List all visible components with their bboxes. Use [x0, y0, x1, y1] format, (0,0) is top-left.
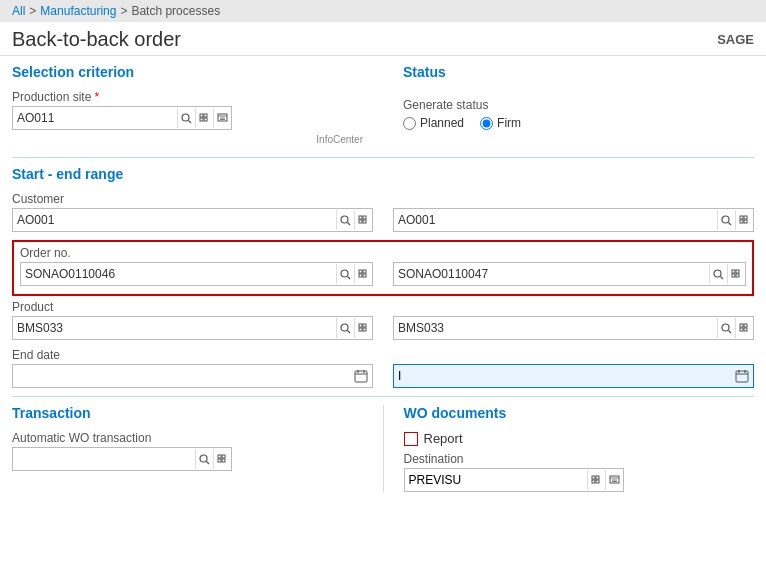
main-content: Selection criterion Production site * In…	[0, 56, 766, 500]
planned-label[interactable]: Planned	[420, 116, 464, 130]
required-star: *	[94, 90, 99, 104]
svg-line-35	[348, 330, 351, 333]
firm-radio-item[interactable]: Firm	[480, 116, 521, 130]
auto-wo-input[interactable]	[13, 448, 195, 470]
svg-rect-19	[744, 216, 747, 219]
svg-rect-6	[218, 114, 227, 121]
planned-radio-item[interactable]: Planned	[403, 116, 464, 130]
product-end-input[interactable]	[394, 317, 717, 339]
breadcrumb-batch: Batch processes	[131, 4, 220, 18]
svg-rect-59	[222, 459, 225, 462]
production-site-input[interactable]	[13, 107, 177, 129]
report-label[interactable]: Report	[424, 431, 463, 446]
wo-documents-title: WO documents	[404, 405, 755, 423]
product-start-input-group	[12, 316, 373, 340]
svg-rect-14	[359, 220, 362, 223]
order-start-search-icon[interactable]	[336, 264, 354, 284]
svg-point-40	[722, 324, 729, 331]
svg-rect-33	[736, 274, 739, 277]
svg-point-28	[714, 270, 721, 277]
wo-documents-section: WO documents Report Destination	[384, 405, 755, 492]
planned-radio[interactable]	[403, 117, 416, 130]
product-end-input-group	[393, 316, 754, 340]
customer-start-grid-icon[interactable]	[354, 210, 372, 230]
svg-rect-15	[363, 220, 366, 223]
destination-input[interactable]	[405, 469, 587, 491]
firm-label[interactable]: Firm	[497, 116, 521, 130]
svg-rect-44	[740, 328, 743, 331]
svg-line-1	[189, 120, 192, 123]
svg-rect-13	[363, 216, 366, 219]
sage-label: SAGE	[717, 32, 754, 47]
svg-rect-18	[740, 216, 743, 219]
destination-label: Destination	[404, 452, 755, 466]
svg-line-55	[207, 461, 210, 464]
svg-rect-45	[744, 328, 747, 331]
svg-rect-36	[359, 324, 362, 327]
auto-wo-search-icon[interactable]	[195, 449, 213, 469]
customer-start-input-group	[12, 208, 373, 232]
report-checkbox-row[interactable]: Report	[404, 431, 755, 446]
svg-rect-2	[200, 114, 203, 117]
end-date-end-input[interactable]	[394, 365, 731, 387]
svg-line-23	[348, 276, 351, 279]
product-start-grid-icon[interactable]	[354, 318, 372, 338]
production-site-info-icon[interactable]	[213, 108, 231, 128]
order-end-grid-icon[interactable]	[727, 264, 745, 284]
customer-start-search-icon[interactable]	[336, 210, 354, 230]
generate-status-radio-group: Planned Firm	[403, 116, 754, 130]
order-start-input[interactable]	[21, 263, 336, 285]
product-start-input[interactable]	[13, 317, 336, 339]
customer-start-input[interactable]	[13, 209, 336, 231]
generate-status-label: Generate status	[403, 98, 754, 112]
svg-rect-30	[732, 270, 735, 273]
svg-rect-25	[363, 270, 366, 273]
breadcrumb-manufacturing[interactable]: Manufacturing	[40, 4, 116, 18]
product-start-search-icon[interactable]	[336, 318, 354, 338]
report-checkbox[interactable]	[404, 432, 418, 446]
customer-start-col: Customer	[12, 192, 373, 236]
page-title: Back-to-back order	[12, 28, 181, 51]
status-section: Status Generate status Planned Firm	[383, 64, 754, 149]
product-row: Product Product	[12, 300, 754, 344]
product-end-grid-icon[interactable]	[735, 318, 753, 338]
order-end-search-icon[interactable]	[709, 264, 727, 284]
order-no-highlight-box: Order no. Order no.	[12, 240, 754, 296]
firm-radio[interactable]	[480, 117, 493, 130]
destination-grid-icon[interactable]	[587, 470, 605, 490]
end-date-end-calendar-icon[interactable]	[731, 365, 753, 387]
top-sections: Selection criterion Production site * In…	[12, 64, 754, 149]
svg-rect-50	[736, 371, 748, 382]
svg-rect-5	[204, 118, 207, 121]
selection-criterion-section: Selection criterion Production site * In…	[12, 64, 383, 149]
breadcrumb-all[interactable]: All	[12, 4, 25, 18]
order-end-input[interactable]	[394, 263, 709, 285]
end-date-end-input-group	[393, 364, 754, 388]
auto-wo-grid-icon[interactable]	[213, 449, 231, 469]
svg-rect-63	[596, 480, 599, 483]
product-end-col: Product	[393, 300, 754, 344]
production-site-search-icon[interactable]	[177, 108, 195, 128]
svg-point-16	[722, 216, 729, 223]
svg-rect-31	[736, 270, 739, 273]
bottom-sections: Transaction Automatic WO transaction WO …	[12, 405, 754, 492]
auto-wo-input-group	[12, 447, 232, 471]
customer-end-input[interactable]	[394, 209, 717, 231]
svg-rect-32	[732, 274, 735, 277]
destination-info-icon[interactable]	[605, 470, 623, 490]
svg-point-10	[341, 216, 348, 223]
end-date-start-calendar-icon[interactable]	[350, 365, 372, 387]
customer-end-grid-icon[interactable]	[735, 210, 753, 230]
end-date-label: End date	[12, 348, 373, 362]
end-date-start-input[interactable]	[13, 365, 350, 387]
transaction-title: Transaction	[12, 405, 363, 423]
svg-rect-42	[740, 324, 743, 327]
production-site-grid-icon[interactable]	[195, 108, 213, 128]
customer-end-col: Customer	[393, 192, 754, 236]
end-date-row: End date End date	[12, 348, 754, 388]
product-end-search-icon[interactable]	[717, 318, 735, 338]
order-start-grid-icon[interactable]	[354, 264, 372, 284]
customer-end-search-icon[interactable]	[717, 210, 735, 230]
svg-rect-61	[596, 476, 599, 479]
customer-row: Customer Customer	[12, 192, 754, 236]
